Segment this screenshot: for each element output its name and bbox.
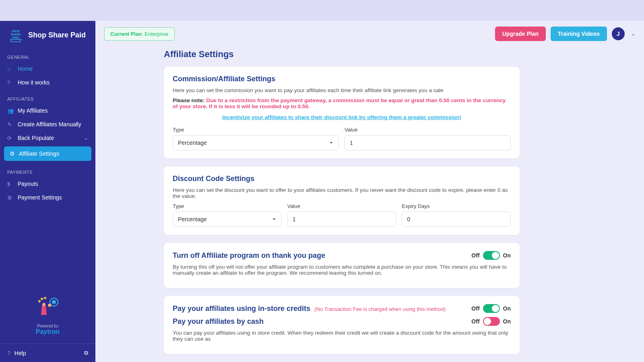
edit-icon: ✎	[7, 121, 14, 128]
commission-value-input[interactable]	[345, 135, 511, 150]
illustration-icon	[34, 295, 62, 319]
svg-point-5	[52, 300, 56, 304]
svg-point-6	[41, 298, 43, 300]
svg-text:SHARE: SHARE	[11, 33, 21, 36]
nav-group-payments: PAYMENTS	[0, 162, 95, 177]
powered-by-label: Powered by	[0, 324, 95, 328]
chevron-down-icon[interactable]: ⌄	[631, 31, 635, 37]
svg-point-8	[38, 300, 41, 302]
refresh-icon: ⟳	[7, 135, 14, 141]
discount-type-select[interactable]: Percentage	[173, 212, 282, 227]
home-icon: ⌂	[7, 66, 14, 72]
discount-desc: Here you can set the discount you want t…	[173, 187, 511, 199]
commission-note: Please note: Due to a restriction from t…	[173, 97, 511, 109]
commission-desc: Here you can set the commission you want…	[173, 87, 511, 93]
user-avatar[interactable]: J	[612, 27, 625, 40]
nav-my-affiliates[interactable]: 👥My Affiliates	[0, 104, 95, 117]
discount-value-input[interactable]	[287, 212, 396, 227]
pay-method-card: Pay your affiliates using in-store credi…	[164, 296, 520, 354]
thankyou-title: Turn off Affiliate program on thank you …	[173, 251, 325, 260]
discount-expiry-input[interactable]	[402, 212, 511, 227]
commission-type-label: Type	[173, 127, 339, 133]
nav-group-affiliates: AFFILIATES	[0, 89, 95, 104]
cog-icon: ⚙	[10, 150, 15, 157]
on-label: On	[503, 318, 511, 325]
page-title: Affiliate Settings	[164, 49, 520, 60]
svg-point-10	[48, 304, 51, 307]
nav-back-populate[interactable]: ⟳Back Populate⌄	[0, 131, 95, 145]
thankyou-toggle-card: Turn off Affiliate program on thank you …	[164, 243, 520, 288]
thankyou-desc: By turning this off you will not offer y…	[173, 264, 511, 276]
training-videos-button[interactable]: Training Videos	[551, 27, 607, 41]
external-link-icon: ⧉	[84, 350, 88, 356]
help-link[interactable]: ?Help⧉	[0, 343, 95, 362]
off-label: Off	[471, 252, 479, 259]
current-plan-badge: Current Plan: Enterprise	[104, 27, 175, 41]
discount-value-label: Value	[287, 203, 396, 209]
off-label: Off	[471, 318, 479, 325]
pay-credits-title: Pay your affiliates using in-store credi…	[173, 304, 310, 313]
pay-cash-title: Pay your affiliates by cash	[173, 317, 264, 326]
svg-point-9	[42, 303, 45, 306]
discount-type-label: Type	[173, 203, 282, 209]
nav-affiliate-settings[interactable]: ⚙Affiliate Settings	[4, 146, 91, 161]
nav-home[interactable]: ⌂Home	[0, 62, 95, 76]
upgrade-plan-button[interactable]: Upgrade Plan	[495, 27, 546, 41]
gear-icon: ⚙	[7, 195, 14, 201]
content: Affiliate Settings Commission/Affiliate …	[95, 47, 538, 362]
incentive-link[interactable]: Incentivize your affiliates to share the…	[173, 114, 511, 120]
commission-type-select[interactable]: Percentage	[173, 135, 339, 150]
question-icon: ?	[7, 80, 14, 86]
users-icon: 👥	[7, 108, 14, 114]
discount-settings-card: Discount Code Settings Here you can set …	[164, 167, 520, 235]
commission-value-label: Value	[345, 127, 511, 133]
commission-settings-card: Commission/Affiliate Settings Here you c…	[164, 67, 520, 158]
nav-how-it-works[interactable]: ?How it works	[0, 76, 95, 89]
app-name: Shop Share Paid	[28, 31, 86, 39]
dollar-icon: $	[7, 181, 14, 187]
pay-desc: You can pay your affiliates using in sto…	[173, 330, 511, 342]
pay-credits-toggle[interactable]	[483, 304, 500, 313]
discount-title: Discount Code Settings	[173, 175, 511, 183]
help-icon: ?	[7, 350, 10, 356]
nav-payouts[interactable]: $Payouts	[0, 177, 95, 191]
nav-group-general: GENERAL	[0, 47, 95, 62]
chevron-down-icon: ⌄	[84, 135, 88, 141]
logo-section: SHOPSHAREPAID Shop Share Paid	[0, 21, 95, 47]
sidebar-footer: Powered by Paytron ?Help⧉	[0, 291, 95, 362]
off-label: Off	[471, 305, 479, 312]
svg-text:SHOP: SHOP	[12, 30, 20, 33]
nav-payment-settings[interactable]: ⚙Payment Settings	[0, 191, 95, 204]
thankyou-toggle[interactable]	[483, 251, 500, 260]
nav-create-affiliates[interactable]: ✎Create Affiliates Manually	[0, 117, 95, 131]
main-area: Current Plan: Enterprise Upgrade Plan Tr…	[95, 21, 644, 362]
app-logo-icon: SHOPSHAREPAID	[7, 27, 24, 43]
sidebar: SHOPSHAREPAID Shop Share Paid GENERAL ⌂H…	[0, 21, 95, 362]
paytron-brand: Paytron	[0, 328, 95, 335]
discount-expiry-label: Expiry Days	[402, 203, 511, 209]
on-label: On	[503, 305, 511, 312]
svg-text:PAID: PAID	[12, 36, 19, 39]
on-label: On	[503, 252, 511, 259]
topbar: Current Plan: Enterprise Upgrade Plan Tr…	[95, 21, 644, 47]
pay-credits-subtitle: (No Transaction Fee is charged when usin…	[314, 306, 446, 312]
svg-point-7	[44, 297, 46, 299]
commission-title: Commission/Affiliate Settings	[173, 75, 511, 83]
pay-cash-toggle[interactable]	[483, 317, 500, 326]
